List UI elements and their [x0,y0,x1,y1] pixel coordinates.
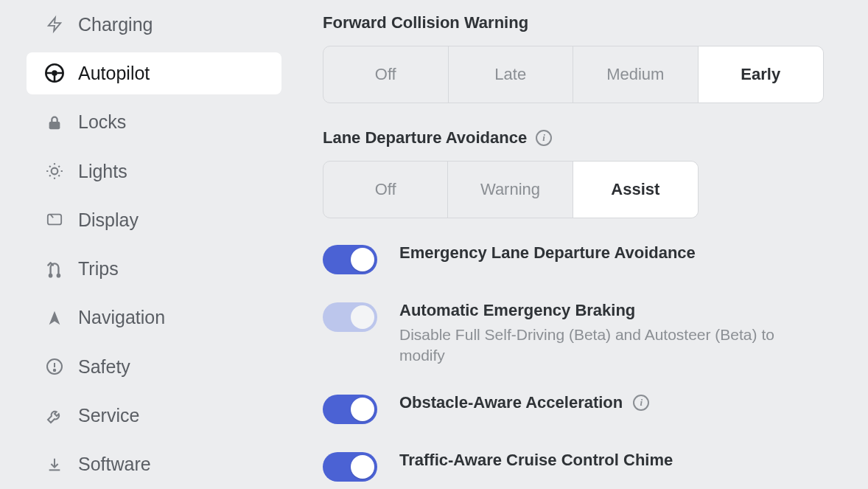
svg-point-6 [49,274,52,277]
fcw-option-medium[interactable]: Medium [573,46,699,103]
tacc-toggle[interactable] [323,452,377,482]
lda-section: Lane Departure Avoidance i Off Warning A… [323,128,824,218]
info-icon[interactable]: i [633,395,649,411]
main-panel: Forward Collision Warning Off Late Mediu… [295,0,868,489]
sidebar-item-label: Display [78,209,139,231]
elda-toggle[interactable] [323,245,377,274]
fcw-option-late[interactable]: Late [449,46,574,103]
svg-point-4 [52,168,58,175]
sidebar-item-label: Lights [78,161,127,182]
route-icon [43,260,66,279]
sidebar-item-label: Trips [78,258,119,280]
sidebar-item-lights[interactable]: Lights [27,150,281,192]
fcw-section: Forward Collision Warning Off Late Mediu… [323,13,824,103]
sidebar-item-label: Charging [78,14,153,35]
svg-point-2 [52,72,56,75]
sidebar-item-label: Autopilot [78,63,150,84]
oaa-toggle[interactable] [323,395,377,424]
nav-arrow-icon [43,309,66,327]
sidebar-item-label: Locks [78,111,126,133]
svg-rect-5 [48,215,61,225]
sidebar-item-charging[interactable]: Charging [27,4,281,45]
sidebar-item-safety[interactable]: Safety [27,346,281,387]
sidebar-item-trips[interactable]: Trips [27,248,281,289]
sidebar-item-label: Service [78,405,139,426]
tacc-title: Traffic-Aware Cruise Control Chime [399,451,673,470]
bulb-icon [43,162,66,181]
download-icon [43,456,66,474]
lock-icon [43,114,66,131]
elda-row: Emergency Lane Departure Avoidance [323,243,824,274]
oaa-title: Obstacle-Aware Acceleration [399,393,623,412]
aeb-row: Automatic Emergency Braking Disable Full… [323,301,824,367]
elda-title: Emergency Lane Departure Avoidance [399,243,696,263]
fcw-title: Forward Collision Warning [323,13,528,32]
lda-option-warning[interactable]: Warning [448,162,573,218]
svg-marker-0 [49,18,61,31]
sidebar-item-display[interactable]: Display [27,199,281,240]
aeb-subtitle: Disable Full Self-Driving (Beta) and Aut… [399,325,797,367]
sidebar-item-software[interactable]: Software [27,444,281,485]
app-root: Charging Autopilot Locks Lights Display [0,0,868,489]
aeb-toggle [323,302,377,332]
lda-title: Lane Departure Avoidance [323,128,527,148]
sidebar: Charging Autopilot Locks Lights Display [0,0,295,489]
svg-point-7 [57,274,60,277]
sidebar-item-label: Software [78,454,151,475]
lda-option-assist[interactable]: Assist [573,162,698,218]
svg-point-10 [54,370,55,371]
steering-icon [43,63,66,83]
sidebar-item-label: Navigation [78,307,165,328]
fcw-option-early[interactable]: Early [699,46,824,103]
lda-segmented: Off Warning Assist [323,161,699,218]
fcw-segmented: Off Late Medium Early [323,46,824,103]
alert-circle-icon [43,358,66,375]
sidebar-item-navigation[interactable]: Navigation [27,297,281,339]
sidebar-item-locks[interactable]: Locks [27,102,281,143]
sidebar-item-autopilot[interactable]: Autopilot [27,52,281,94]
tacc-row: Traffic-Aware Cruise Control Chime [323,451,824,482]
svg-rect-3 [49,122,60,129]
display-icon [43,212,66,228]
oaa-row: Obstacle-Aware Acceleration i [323,393,824,424]
wrench-icon [43,407,66,425]
fcw-option-off[interactable]: Off [323,46,449,103]
bolt-icon [43,15,66,34]
sidebar-item-service[interactable]: Service [27,395,281,436]
lda-option-off[interactable]: Off [323,162,448,218]
sidebar-item-label: Safety [78,356,130,378]
info-icon[interactable]: i [536,130,552,146]
aeb-title: Automatic Emergency Braking [399,301,635,320]
